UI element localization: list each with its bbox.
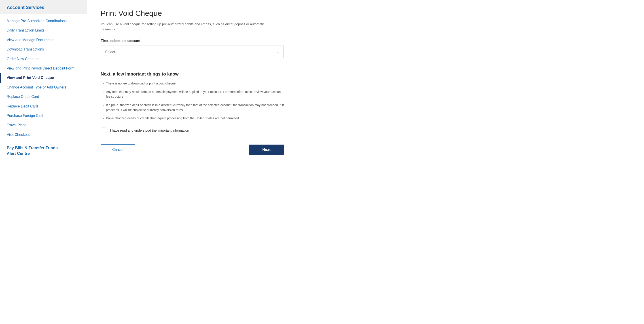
sidebar-nav-link[interactable]: Replace Credit Card [0, 92, 87, 101]
sidebar-nav-link[interactable]: Order New Cheques [0, 54, 87, 64]
page-title: Print Void Cheque [100, 9, 630, 18]
info-list: There is no fee to download or print a v… [100, 81, 284, 121]
page-container: Account Services Manage Pre-Authorized C… [0, 0, 644, 324]
page-description: You can use a void cheque for setting up… [100, 22, 270, 32]
sidebar-nav-item[interactable]: Visa Checkout [0, 130, 87, 139]
info-bullet: There is no fee to download or print a v… [106, 81, 284, 86]
divider [100, 65, 284, 65]
sidebar-nav-item[interactable]: Change Account Type or Add Owners [0, 83, 87, 92]
info-bullet: If a pre-authorized debit or credit is i… [106, 103, 284, 112]
sidebar-footer: Pay Bills & Transfer FundsAlert Centre [0, 142, 87, 159]
main-content: Print Void Cheque You can use a void che… [87, 0, 644, 324]
sidebar-nav-link[interactable]: Replace Debit Card [0, 102, 87, 111]
next-button[interactable]: Next [249, 145, 284, 155]
sidebar-nav-link[interactable]: Download Transactions [0, 45, 87, 54]
sidebar-nav-link[interactable]: View and Print Payroll Direct Deposit Fo… [0, 64, 87, 73]
sidebar-footer-section-label[interactable]: Alert Centre [7, 151, 80, 156]
sidebar-nav-link[interactable]: View and Manage Documents [0, 35, 87, 45]
sidebar-section-title: Account Services [0, 0, 87, 14]
sidebar-nav-item[interactable]: Replace Debit Card [0, 102, 87, 111]
sidebar-nav-link[interactable]: Travel Plans [0, 120, 87, 130]
info-bullet: Any fees that may result from an automat… [106, 90, 284, 99]
sidebar-nav-link[interactable]: Purchase Foreign Cash [0, 111, 87, 120]
sidebar-nav-item[interactable]: Replace Credit Card [0, 92, 87, 101]
sidebar-footer-section-label[interactable]: Pay Bills & Transfer Funds [7, 146, 80, 150]
sidebar-nav-item[interactable]: Travel Plans [0, 120, 87, 130]
checkbox-row: I have read and understood the important… [100, 128, 284, 133]
sidebar-nav-link[interactable]: Visa Checkout [0, 130, 87, 139]
sidebar-nav-link[interactable]: View and Print Void Cheque [1, 73, 87, 82]
info-box-title: Next, a few important things to know [100, 71, 284, 77]
sidebar-nav: Manage Pre-Authorized ContributionsDaily… [0, 14, 87, 142]
sidebar-nav-item[interactable]: Daily Transaction Limits [0, 26, 87, 35]
account-select[interactable]: Select ...Chequing AccountSavings Accoun… [100, 45, 284, 58]
cancel-button[interactable]: Cancel [100, 144, 135, 155]
sidebar-nav-link[interactable]: Change Account Type or Add Owners [0, 83, 87, 92]
select-account-label: First, select an account [100, 39, 630, 43]
action-buttons: Cancel Next [100, 144, 284, 155]
sidebar-nav-item[interactable]: Purchase Foreign Cash [0, 111, 87, 120]
sidebar-nav-item[interactable]: Order New Cheques [0, 54, 87, 64]
checkbox-label: I have read and understood the important… [110, 128, 189, 132]
sidebar-nav-item[interactable]: Manage Pre-Authorized Contributions [0, 16, 87, 26]
sidebar-nav-link[interactable]: Daily Transaction Limits [0, 26, 87, 35]
sidebar: Account Services Manage Pre-Authorized C… [0, 0, 87, 324]
sidebar-nav-item[interactable]: View and Print Payroll Direct Deposit Fo… [0, 64, 87, 73]
info-box: Next, a few important things to know The… [100, 71, 284, 121]
select-wrapper: Select ...Chequing AccountSavings Accoun… [100, 45, 284, 58]
info-bullet: Pre-authorized debits or credits that re… [106, 116, 284, 121]
sidebar-nav-item[interactable]: View and Print Void Cheque [0, 73, 87, 82]
acknowledge-checkbox[interactable] [100, 128, 106, 133]
sidebar-nav-item[interactable]: View and Manage Documents [0, 35, 87, 45]
sidebar-nav-item[interactable]: Download Transactions [0, 45, 87, 54]
sidebar-nav-link[interactable]: Manage Pre-Authorized Contributions [0, 16, 87, 26]
